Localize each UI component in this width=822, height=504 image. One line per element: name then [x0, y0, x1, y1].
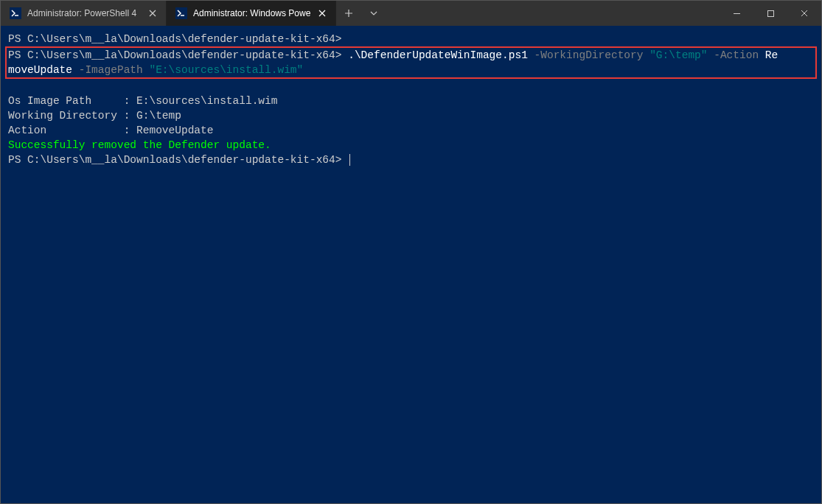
tab-dropdown-button[interactable] [361, 1, 386, 26]
prompt: PS C:\Users\m__la\Downloads\defender-upd… [8, 49, 341, 61]
svg-rect-2 [767, 10, 773, 16]
highlighted-command: PS C:\Users\m__la\Downloads\defender-upd… [5, 46, 817, 79]
cmd-param: -WorkingDirectory [534, 49, 644, 61]
tab-windows-powershell[interactable]: Administrator: Windows PowerS [167, 1, 336, 26]
output-line: Action : RemoveUpdate [8, 125, 213, 136]
close-button[interactable] [787, 1, 821, 26]
cmd-value: "G:\temp" [649, 49, 707, 61]
prompt: PS C:\Users\m__la\Downloads\defender-upd… [8, 154, 341, 166]
cmd-value: "E:\sources\install.wim" [149, 64, 303, 76]
terminal-window: Administrator: PowerShell 4 Administrato… [0, 0, 822, 504]
window-controls [720, 1, 821, 26]
minimize-button[interactable] [720, 1, 753, 26]
cmd-param: -ImagePath [79, 64, 143, 76]
cmd-value: moveUpdate [8, 64, 72, 76]
cmd-value: Re [765, 49, 778, 61]
tab-label: Administrator: PowerShell 4 [27, 8, 141, 18]
powershell-icon [10, 7, 21, 19]
success-message: Successfully removed the Defender update… [8, 139, 271, 151]
tabs-area: Administrator: PowerShell 4 Administrato… [1, 1, 720, 26]
cmd-param: -Action [714, 49, 759, 61]
tab-label: Administrator: Windows PowerS [193, 8, 310, 18]
titlebar: Administrator: PowerShell 4 Administrato… [1, 1, 821, 26]
tab-powershell-4[interactable]: Administrator: PowerShell 4 [1, 1, 167, 26]
output-line: Os Image Path : E:\sources\install.wim [8, 95, 277, 107]
terminal-body[interactable]: PS C:\Users\m__la\Downloads\defender-upd… [1, 26, 821, 503]
close-icon[interactable] [316, 7, 328, 19]
close-icon[interactable] [147, 7, 159, 19]
new-tab-button[interactable] [336, 1, 361, 26]
powershell-icon [175, 7, 187, 19]
cmd-script: .\DefenderUpdateWinImage.ps1 [348, 49, 528, 61]
cursor [349, 154, 350, 166]
prompt: PS C:\Users\m__la\Downloads\defender-upd… [8, 33, 341, 45]
output-line: Working Directory : G:\temp [8, 110, 181, 122]
maximize-button[interactable] [753, 1, 787, 26]
